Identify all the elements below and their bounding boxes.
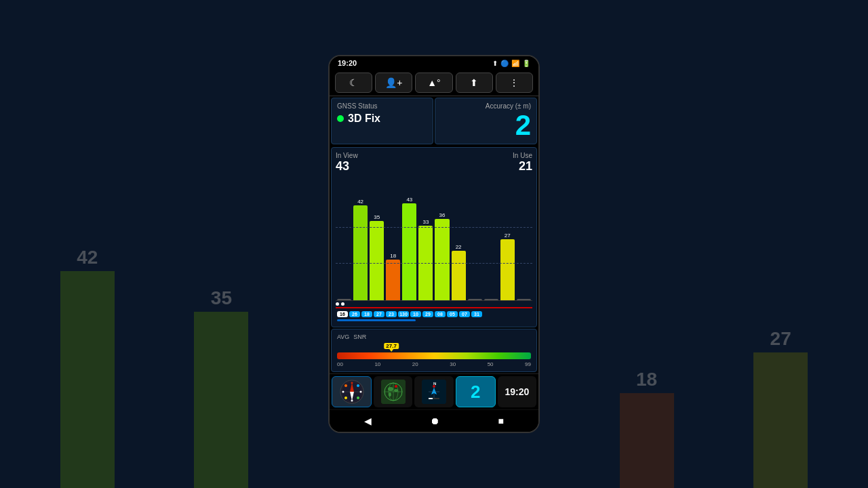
nav-arrow-icon: N [422, 380, 446, 404]
bar-fill-05 [484, 299, 498, 300]
nav-accuracy-button[interactable]: 2 [456, 376, 496, 407]
bar-fill-16 [337, 299, 351, 300]
in-view-count: 43 [336, 159, 358, 174]
bar-fill-07 [500, 239, 515, 300]
bar-fill-27 [386, 260, 400, 300]
sys-square-button[interactable]: ■ [498, 415, 503, 426]
phone-container: 19:20 ⬆ 🔵 📶 🔋 ☾ 👤+ ▲° ⬆ ⋮ GNSS Status [328, 55, 540, 433]
bg-bar-4: 27 [753, 328, 808, 488]
svg-point-11 [357, 384, 359, 387]
bar-130: 33 [418, 179, 433, 300]
sat-id-16[interactable]: 16 [337, 311, 348, 317]
bar-fill-26 [353, 205, 368, 300]
wifi-icon: 📶 [511, 60, 519, 67]
in-use-count: 21 [513, 159, 532, 174]
bar-fill-29 [452, 251, 466, 300]
status-bar: 19:20 ⬆ 🔵 📶 🔋 [330, 56, 538, 70]
bar-fill-10 [435, 219, 449, 300]
bar-value-23: 43 [406, 197, 412, 203]
svg-point-8 [342, 391, 344, 393]
sat-id-29[interactable]: 29 [422, 311, 433, 317]
bar-23: 43 [402, 179, 416, 300]
location-icon: ⬆ [492, 60, 498, 67]
fix-dot [337, 115, 344, 122]
sat-id-10[interactable]: 10 [410, 311, 421, 317]
map-icon [381, 380, 406, 404]
sat-id-130[interactable]: 130 [398, 311, 409, 317]
sat-header: In View 43 In Use 21 [336, 152, 532, 174]
nav-map-button[interactable] [374, 376, 412, 407]
accuracy-value: 2 [441, 111, 531, 140]
dashed-line-top [336, 227, 532, 228]
status-cards: GNSS Status 3D Fix Accuracy (± m) 2 [330, 96, 538, 146]
svg-rect-30 [429, 398, 433, 399]
arrow-icon: ▲° [427, 77, 440, 88]
gnss-title: GNSS Status [337, 102, 427, 110]
snr-gradient-bar [337, 352, 531, 359]
sat-id-18[interactable]: 18 [361, 311, 372, 317]
nav-time-value: 19:20 [505, 386, 530, 397]
in-use-section: In Use 21 [513, 152, 532, 174]
share-button[interactable]: ⬆ [456, 73, 493, 93]
bar-value-130: 33 [422, 219, 429, 225]
bar-18: 35 [370, 179, 384, 300]
system-nav-bar: ◀ ⏺ ■ [330, 409, 538, 432]
svg-point-22 [395, 385, 397, 388]
svg-point-21 [389, 392, 391, 396]
world-map-icon [381, 380, 406, 404]
sys-home-button[interactable]: ⏺ [430, 415, 439, 426]
fix-text: 3D Fix [348, 113, 380, 125]
status-icons: ⬆ 🔵 📶 🔋 [492, 60, 530, 67]
moon-icon: ☾ [349, 77, 358, 88]
bg-bar-fill-1 [60, 271, 115, 488]
sat-id-05[interactable]: 05 [447, 311, 458, 317]
navigation-arrow-icon: N [422, 380, 446, 404]
more-button[interactable]: ⋮ [496, 73, 533, 93]
bar-08 [468, 179, 482, 300]
snr-scale-20: 20 [412, 361, 418, 367]
svg-point-12 [344, 396, 347, 399]
svg-point-9 [359, 391, 361, 393]
sat-id-23[interactable]: 23 [386, 311, 397, 317]
sys-back-button[interactable]: ◀ [364, 415, 372, 426]
bar-fill-23 [402, 203, 416, 300]
in-view-label: In View [336, 152, 358, 159]
sat-id-08[interactable]: 08 [435, 311, 446, 317]
night-mode-button[interactable]: ☾ [335, 73, 372, 93]
satellite-panel: In View 43 In Use 21 42 3 [331, 147, 537, 327]
snr-label: SNR [353, 333, 366, 340]
toolbar: ☾ 👤+ ▲° ⬆ ⋮ [330, 70, 538, 96]
bg-bar-label-4: 27 [770, 328, 791, 350]
sat-id-07[interactable]: 07 [459, 311, 470, 317]
sat-id-27[interactable]: 27 [374, 311, 384, 317]
bar-27: 18 [386, 179, 400, 300]
nav-arrow-button[interactable]: N [414, 376, 453, 407]
bluetooth-icon: 🔵 [500, 60, 509, 67]
bar-value-10: 36 [439, 212, 446, 218]
svg-point-13 [357, 396, 359, 399]
in-view-section: In View 43 [336, 152, 358, 174]
bar-26: 42 [353, 179, 368, 300]
bar-16 [337, 179, 351, 300]
snr-panel: AVG SNR 27.7 00 10 20 30 50 99 [331, 329, 537, 372]
bar-fill-08 [468, 299, 482, 300]
sat-id-31[interactable]: 31 [471, 311, 482, 317]
share-icon: ⬆ [470, 77, 478, 88]
snr-scale-00: 00 [337, 361, 343, 367]
bar-value-07: 27 [505, 232, 511, 239]
sat-id-26[interactable]: 26 [349, 311, 360, 317]
progress-bar [337, 319, 416, 321]
bg-bar-label-1: 42 [77, 247, 98, 268]
svg-point-19 [388, 387, 393, 391]
compass-icon [340, 380, 364, 404]
nav-accuracy-value: 2 [471, 382, 480, 403]
person-button[interactable]: 👤+ [375, 73, 412, 93]
bar-chart: 42 35 18 43 33 [336, 179, 532, 301]
bg-bar-3: 18 [620, 369, 674, 488]
snr-scale-50: 50 [488, 361, 494, 367]
navigation-button[interactable]: ▲° [415, 73, 452, 93]
nav-compass-button[interactable] [332, 376, 372, 407]
bar-05 [484, 179, 498, 300]
gnss-card: GNSS Status 3D Fix [331, 98, 433, 144]
nav-time-button[interactable]: 19:20 [498, 376, 536, 407]
